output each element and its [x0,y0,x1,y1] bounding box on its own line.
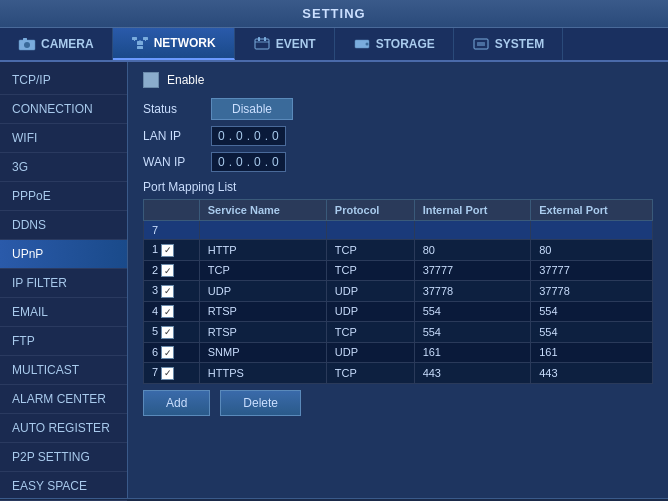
wan-ip-oct3[interactable]: 0 [254,155,261,169]
table-row[interactable]: 4✓RTSPUDP554554 [144,301,653,322]
lan-ip-oct4[interactable]: 0 [272,129,279,143]
wan-ip-oct1[interactable]: 0 [218,155,225,169]
sidebar-item-ddns[interactable]: DDNS [0,211,127,240]
title-label: SETTING [302,6,365,21]
sidebar-item-3g[interactable]: 3G [0,153,127,182]
sidebar-item-tcp-ip[interactable]: TCP/IP [0,66,127,95]
wan-ip-row: WAN IP 0 . 0 . 0 . 0 [143,152,653,172]
table-row[interactable]: 1✓HTTPTCP8080 [144,240,653,261]
table-row[interactable]: 5✓RTSPTCP554554 [144,322,653,343]
status-value: Disable [211,98,293,120]
status-row: Status Disable [143,98,653,120]
tab-camera[interactable]: CAMERA [0,28,113,60]
sidebar-item-ip-filter[interactable]: IP FILTER [0,269,127,298]
wan-ip-oct4[interactable]: 0 [272,155,279,169]
row-checkbox[interactable]: ✓ [161,326,174,339]
lan-ip-label: LAN IP [143,129,203,143]
content-area: Enable Status Disable LAN IP 0 . 0 . 0 .… [128,62,668,498]
sidebar-item-pppoe[interactable]: PPPoE [0,182,127,211]
port-mapping-title: Port Mapping List [143,180,653,194]
wan-ip-input[interactable]: 0 . 0 . 0 . 0 [211,152,286,172]
lan-ip-oct3[interactable]: 0 [254,129,261,143]
lan-ip-row: LAN IP 0 . 0 . 0 . 0 [143,126,653,146]
table-row[interactable]: 7 [144,221,653,240]
svg-rect-12 [258,37,260,41]
tab-network-label: NETWORK [154,36,216,50]
sidebar-item-multicast[interactable]: MULTICAST [0,356,127,385]
sidebar-item-p2p-setting[interactable]: P2P SETTING [0,443,127,472]
event-icon [253,37,271,51]
add-button[interactable]: Add [143,390,210,416]
tab-storage[interactable]: STORAGE [335,28,454,60]
tab-system[interactable]: SYSTEM [454,28,563,60]
sidebar-item-upnp[interactable]: UPnP [0,240,127,269]
row-checkbox[interactable]: ✓ [161,367,174,380]
col-protocol: Protocol [326,200,414,221]
wan-ip-label: WAN IP [143,155,203,169]
table-buttons: Add Delete [143,390,653,416]
col-service: Service Name [199,200,326,221]
svg-rect-6 [137,46,143,49]
status-label: Status [143,102,203,116]
svg-rect-13 [264,37,266,41]
sidebar-item-email[interactable]: EMAIL [0,298,127,327]
sidebar-item-alarm-center[interactable]: ALARM CENTER [0,385,127,414]
table-row[interactable]: 3✓UDPUDP3777837778 [144,281,653,302]
network-icon [131,36,149,50]
row-checkbox[interactable]: ✓ [161,264,174,277]
sidebar-item-auto-register[interactable]: AUTO REGISTER [0,414,127,443]
svg-rect-17 [477,42,485,46]
tab-event-label: EVENT [276,37,316,51]
delete-button[interactable]: Delete [220,390,301,416]
table-row[interactable]: 2✓TCPTCP3777737777 [144,260,653,281]
sidebar-item-easy-space[interactable]: EASY SPACE [0,472,127,501]
svg-rect-3 [137,41,143,45]
table-row[interactable]: 7✓HTTPSTCP443443 [144,363,653,384]
port-mapping-table: Service Name Protocol Internal Port Exte… [143,199,653,384]
tab-camera-label: CAMERA [41,37,94,51]
sidebar-item-wifi[interactable]: WIFI [0,124,127,153]
svg-rect-10 [255,39,269,49]
lan-ip-oct1[interactable]: 0 [218,129,225,143]
nav-tabs: CAMERA NETWORK EVENT STORAGE SYSTEM [0,28,668,62]
enable-checkbox[interactable] [143,72,159,88]
tab-network[interactable]: NETWORK [113,28,235,60]
col-external: External Port [531,200,653,221]
row-checkbox[interactable]: ✓ [161,346,174,359]
storage-icon [353,37,371,51]
system-icon [472,37,490,51]
title-bar: SETTING [0,0,668,28]
col-num [144,200,200,221]
row-checkbox[interactable]: ✓ [161,244,174,257]
enable-row: Enable [143,72,653,88]
wan-ip-oct2[interactable]: 0 [236,155,243,169]
svg-rect-5 [143,37,148,40]
svg-point-15 [365,43,368,46]
svg-rect-2 [23,38,27,41]
lan-ip-oct2[interactable]: 0 [236,129,243,143]
lan-ip-input[interactable]: 0 . 0 . 0 . 0 [211,126,286,146]
table-row[interactable]: 6✓SNMPUDP161161 [144,342,653,363]
tab-storage-label: STORAGE [376,37,435,51]
sidebar-item-connection[interactable]: CONNECTION [0,95,127,124]
sidebar: TCP/IP CONNECTION WIFI 3G PPPoE DDNS UPn… [0,62,128,498]
row-checkbox[interactable]: ✓ [161,285,174,298]
camera-icon [18,37,36,51]
main-layout: TCP/IP CONNECTION WIFI 3G PPPoE DDNS UPn… [0,62,668,498]
row-checkbox[interactable]: ✓ [161,305,174,318]
svg-rect-4 [132,37,137,40]
enable-label: Enable [167,73,204,87]
sidebar-item-ftp[interactable]: FTP [0,327,127,356]
tab-event[interactable]: EVENT [235,28,335,60]
col-internal: Internal Port [414,200,531,221]
svg-point-1 [24,42,30,48]
tab-system-label: SYSTEM [495,37,544,51]
